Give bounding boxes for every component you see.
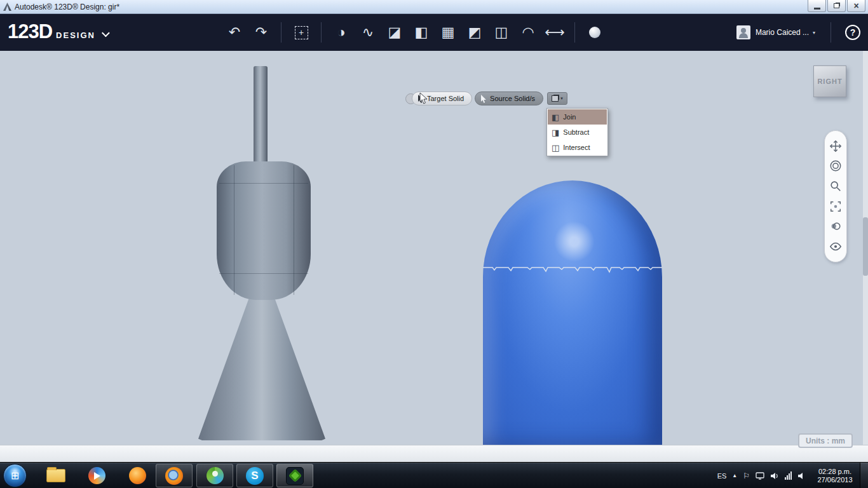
undo-icon: ↶ [229,24,240,41]
restore-button[interactable] [827,0,846,12]
logo-123d: 123D [8,20,52,43]
pan-icon[interactable] [829,139,843,153]
folder-icon [46,469,65,482]
restore-icon [834,3,839,8]
user-name[interactable]: Mario Caiced ... [756,28,809,37]
system-tray: ES ▲ ⚐ 02:28 p.m. 27/06/2013 [717,463,858,488]
redo-button[interactable]: ↷ [248,18,275,46]
visibility-eye-icon[interactable] [829,240,843,254]
zoom-icon[interactable] [829,179,843,193]
vertical-scrollbar-thumb[interactable] [863,217,868,276]
sketch-button[interactable]: ∿ [355,18,381,46]
network-signal-icon[interactable] [785,471,792,480]
vertical-scrollbar[interactable] [863,51,868,445]
autodesk-logo-icon [3,3,11,11]
measure-icon: ⟷ [545,24,565,41]
dropdown-caret-icon: ▾ [560,96,563,101]
language-indicator[interactable]: ES [717,472,727,480]
pointer-icon [480,95,487,103]
navigation-toolbar [824,130,847,262]
grouping-icon: ◩ [468,24,482,41]
grouping-button[interactable]: ◩ [461,18,488,46]
messenger-icon [207,467,224,484]
rocket-rod[interactable] [254,66,268,169]
app-menu-chevron-icon[interactable] [102,29,110,37]
combine-mode-dropdown-button[interactable]: ▾ [547,92,567,105]
combine-menu: ◧ Join ◨ Subtract ◫ Intersect [546,108,608,156]
skype-icon: S [246,467,264,485]
redo-icon: ↷ [255,24,267,41]
primitives-button[interactable]: ◑ [328,18,355,46]
taskbar-media-player-button[interactable] [78,464,115,487]
target-solid-label: Target Solid [427,95,464,102]
taskbar-123d-button[interactable] [276,464,313,487]
menu-item-label: Intersect [563,144,590,151]
material-button[interactable] [581,18,608,46]
magnet-icon: ◠ [522,24,534,41]
transform-icon: + [295,26,308,39]
clock-date: 27/06/2013 [812,476,858,484]
panel-edge [219,273,308,274]
tray-clock[interactable]: 02:28 p.m. 27/06/2013 [812,468,858,484]
panel-edge [234,165,234,295]
toolbar-separator [574,22,575,43]
snap-button[interactable]: ◠ [515,18,541,46]
rocket-cone[interactable] [198,287,325,440]
horizontal-scroll-strip[interactable] [0,445,868,462]
show-desktop-button[interactable] [860,463,868,488]
taskbar-pinned-app-button[interactable] [119,464,156,487]
menu-item-intersect[interactable]: ◫ Intersect [548,140,607,155]
rocket-body[interactable] [217,161,311,300]
panel-edge [294,165,294,295]
audio-device-icon[interactable] [797,472,806,480]
taskbar-skype-button[interactable]: S [236,464,273,487]
menu-item-subtract[interactable]: ◨ Subtract [548,125,607,140]
orbit-icon[interactable] [829,159,843,173]
main-toolbar: ↶ ↷ + ◑ ∿ ◪ ◧ ▦ ◩ ◫ ◠ ⟷ [221,14,608,51]
tray-expand-icon[interactable]: ▲ [732,473,737,478]
header-separator [831,22,831,43]
combine-selection-bar: Target Solid Source Solid/s ▾ [405,92,567,105]
help-button[interactable]: ? [845,25,860,40]
action-center-flag-icon[interactable]: ⚐ [743,471,750,480]
active-app-icon [286,467,304,485]
construct-icon: ◪ [388,24,402,41]
subtract-icon: ◨ [552,128,559,137]
menu-item-join[interactable]: ◧ Join [548,109,607,125]
undo-button[interactable]: ↶ [221,18,248,46]
minimize-icon [814,8,820,10]
taskbar-firefox-button[interactable] [156,464,193,487]
pattern-grid-icon: ▦ [442,24,455,41]
user-dropdown-icon[interactable]: ▾ [813,30,815,36]
minimize-button[interactable] [808,0,826,12]
app-logo[interactable]: 123D DESIGN [8,20,110,43]
taskbar-messenger-button[interactable] [196,464,233,487]
display-icon[interactable] [756,472,764,480]
orange-app-icon [129,467,146,484]
windows-taskbar: ⊞ S ES ▲ ⚐ 02:28 p.m. 27/06/2013 [0,462,868,488]
transform-button[interactable]: + [288,18,315,46]
view-cube[interactable]: RIGHT [813,65,846,97]
combine-icon: ◫ [495,24,508,41]
firefox-icon [165,467,183,485]
volume-icon[interactable] [770,472,779,480]
taskbar-explorer-button[interactable] [37,464,74,487]
window-title: Autodesk® 123D® Design: gir* [15,3,119,11]
capsule-solid[interactable] [483,180,662,446]
source-solid-button[interactable]: Source Solid/s [475,92,543,105]
pattern-button[interactable]: ▦ [435,18,461,46]
menu-item-label: Subtract [563,128,589,136]
construct-button[interactable]: ◪ [381,18,408,46]
fit-view-icon[interactable] [829,200,843,214]
modify-button[interactable]: ◧ [408,18,435,46]
window-titlebar: Autodesk® 123D® Design: gir* × [0,0,868,14]
start-button[interactable]: ⊞ [3,464,27,487]
shaded-view-icon[interactable] [829,219,843,233]
modeling-viewport[interactable]: RIGHT [0,51,868,462]
join-icon: ◧ [552,113,559,121]
close-button[interactable]: × [847,0,865,12]
measure-button[interactable]: ⟷ [541,18,568,46]
user-avatar [736,25,750,39]
windows-flag-icon: ⊞ [11,470,19,482]
combine-button[interactable]: ◫ [488,18,515,46]
